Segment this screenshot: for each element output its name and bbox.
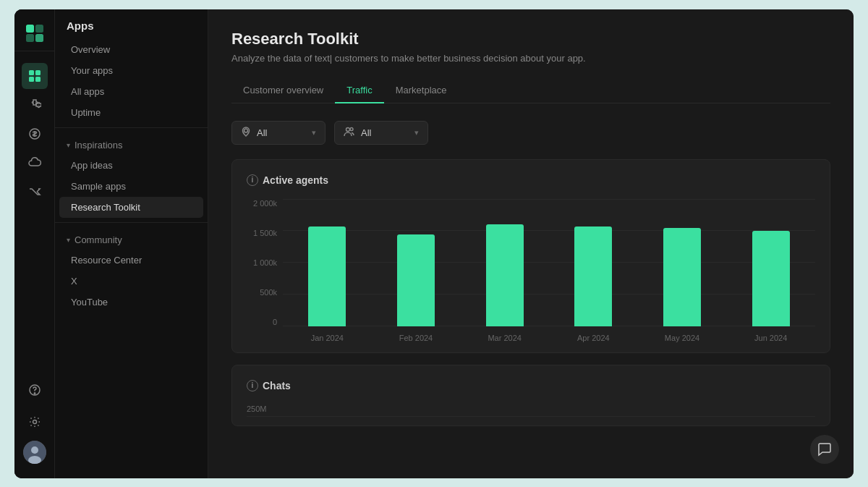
chat-button[interactable] (810, 435, 839, 464)
svg-rect-7 (35, 77, 41, 82)
logo[interactable] (14, 17, 55, 51)
nav-sample-apps[interactable]: Sample apps (59, 176, 203, 197)
nav-overview[interactable]: Overview (59, 39, 203, 60)
filter-users-label: All (361, 127, 409, 138)
icon-rail (14, 9, 55, 478)
bar-label-jun: Jun 2024 (754, 334, 787, 342)
svg-point-15 (244, 129, 248, 132)
svg-rect-0 (26, 25, 34, 33)
main-wrapper: Research Toolkit Analyze the data of tex… (208, 9, 854, 478)
info-icon[interactable]: i (247, 174, 258, 186)
tab-marketplace[interactable]: Marketplace (384, 78, 459, 103)
tab-traffic[interactable]: Traffic (335, 78, 383, 103)
bar-group-mar: Mar 2024 (460, 199, 549, 326)
svg-point-17 (350, 127, 353, 130)
svg-rect-2 (26, 34, 34, 42)
bar-may (663, 228, 701, 326)
nav-research-toolkit[interactable]: Research Toolkit (59, 197, 203, 218)
page-subtitle: Analyze the data of text| customers to m… (231, 53, 830, 64)
chevron-down-icon-4: ▾ (414, 128, 419, 137)
nav-icon-cloud[interactable] (22, 150, 48, 176)
y-label-1000k: 1 000k (247, 258, 283, 267)
page-header: Research Toolkit Analyze the data of tex… (208, 9, 854, 103)
nav-group-inspirations[interactable]: ▾ Inspirations (55, 132, 208, 155)
bar-apr (574, 226, 612, 326)
filter-location[interactable]: All ▾ (231, 121, 326, 145)
page-title: Research Toolkit (231, 30, 830, 48)
svg-point-16 (346, 127, 350, 131)
help-icon-button[interactable] (22, 377, 48, 403)
chats-title: i Chats (247, 380, 815, 391)
bar-label-mar: Mar 2024 (488, 334, 521, 342)
nav-group-community[interactable]: ▾ Community (55, 227, 208, 250)
chevron-down-icon-3: ▾ (312, 128, 316, 137)
svg-rect-3 (35, 34, 43, 42)
chats-grid-line (247, 416, 815, 417)
nav-resource-center[interactable]: Resource Center (59, 250, 203, 271)
bar-mar (486, 224, 524, 326)
active-agents-title: i Active agents (247, 174, 815, 186)
nav-icon-apps[interactable] (22, 63, 48, 89)
nav-youtube[interactable]: YouTube (59, 292, 203, 313)
nav-your-apps[interactable]: Your apps (59, 60, 203, 81)
icon-rail-bottom (22, 370, 48, 471)
users-icon (344, 127, 355, 139)
nav-uptime[interactable]: Uptime (59, 102, 203, 123)
bar-label-jan: Jan 2024 (311, 334, 344, 342)
bar-label-apr: Apr 2024 (577, 334, 610, 342)
nav-divider-1 (55, 127, 208, 128)
svg-point-10 (34, 392, 35, 394)
nav-all-apps[interactable]: All apps (59, 81, 203, 102)
tabs-bar: Customer overview Traffic Marketplace (231, 78, 830, 103)
chats-chart-section: i Chats 250M (231, 365, 830, 426)
bars-area: Jan 2024 Feb 2024 Mar 2024 (283, 199, 815, 326)
bar-group-jun: Jun 2024 (726, 199, 815, 326)
settings-icon-button[interactable] (22, 409, 48, 435)
chevron-down-icon: ▾ (67, 141, 70, 149)
info-icon-chats[interactable]: i (247, 380, 258, 391)
nav-divider-2 (55, 222, 208, 223)
nav-icon-shuffle[interactable] (22, 179, 48, 205)
bar-group-feb: Feb 2024 (372, 199, 461, 326)
chevron-down-icon-2: ▾ (67, 236, 70, 244)
filter-row: All ▾ All ▾ (231, 121, 830, 145)
y-axis: 2 000k 1 500k 1 000k 500k 0 (247, 199, 283, 326)
active-agents-chart-section: i Active agents 2 000k 1 500k 1 000k 500… (231, 159, 830, 353)
nav-icon-dollar[interactable] (22, 121, 48, 147)
bar-label-feb: Feb 2024 (399, 334, 433, 342)
svg-point-13 (31, 446, 38, 454)
svg-rect-4 (29, 70, 34, 75)
tab-customer-overview[interactable]: Customer overview (231, 78, 335, 103)
nav-x[interactable]: X (59, 271, 203, 292)
filter-users[interactable]: All ▾ (334, 121, 428, 145)
svg-rect-6 (29, 77, 34, 82)
filter-location-label: All (257, 127, 306, 138)
nav-app-ideas[interactable]: App ideas (59, 155, 203, 176)
svg-rect-5 (35, 70, 41, 75)
bar-group-apr: Apr 2024 (549, 199, 638, 326)
svg-rect-1 (35, 25, 43, 33)
main-content: Research Toolkit Analyze the data of tex… (208, 9, 854, 478)
bar-group-may: May 2024 (638, 199, 727, 326)
y-label-2000k: 2 000k (247, 199, 283, 208)
user-avatar[interactable] (23, 441, 46, 464)
active-agents-chart: 2 000k 1 500k 1 000k 500k 0 (247, 199, 815, 344)
sidebar: Apps Overview Your apps All apps Uptime … (14, 9, 208, 478)
nav-icon-puzzle[interactable] (22, 92, 48, 118)
y-label-500k: 500k (247, 288, 283, 297)
chats-y-label: 250M (247, 405, 815, 413)
bar-jun (752, 231, 790, 326)
bar-feb (397, 234, 435, 326)
bar-label-may: May 2024 (665, 334, 699, 342)
content-area: All ▾ All ▾ (208, 103, 854, 478)
apps-section-title: Apps (55, 9, 208, 39)
y-label-0: 0 (247, 318, 283, 326)
nav-panel: Apps Overview Your apps All apps Uptime … (55, 9, 208, 478)
bar-jan (308, 226, 346, 326)
app-window: Apps Overview Your apps All apps Uptime … (14, 9, 854, 478)
icon-rail-items (22, 56, 48, 365)
location-icon (241, 127, 251, 139)
y-label-1500k: 1 500k (247, 229, 283, 237)
svg-point-11 (33, 420, 36, 423)
bar-group-jan: Jan 2024 (283, 199, 372, 326)
